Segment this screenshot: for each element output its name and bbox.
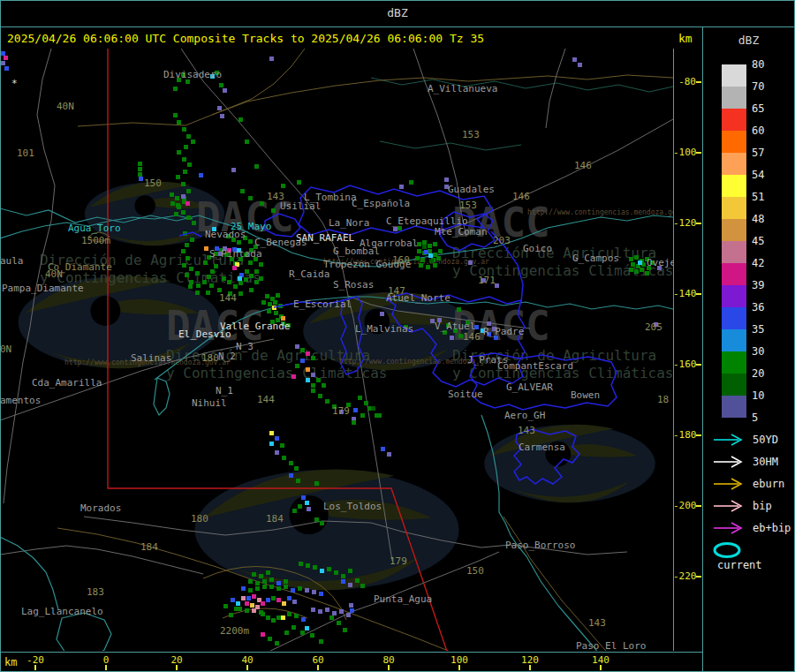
legend-track-row: eb+bip (712, 520, 791, 540)
radar-echo-cell (174, 212, 178, 216)
legend-title: dBZ (702, 34, 795, 47)
radar-echo-cell (250, 603, 254, 608)
map-place-label: 18 (657, 394, 669, 405)
radar-echo-cell (348, 583, 352, 587)
radar-echo-cell (185, 273, 189, 277)
map-place-label: Salinas (131, 352, 171, 364)
track-arrow-icon (712, 520, 747, 536)
road-line (546, 49, 565, 128)
track-arrow-icon (712, 432, 747, 448)
map-place-label: 171 (478, 275, 496, 286)
radar-echo-cell (371, 406, 375, 411)
radar-echo-cell (203, 260, 208, 265)
legend-value-label: 42 (752, 257, 787, 269)
radar-echo-cell (307, 507, 311, 511)
radar-echo-cell (292, 374, 296, 379)
radar-map[interactable]: DACCDACCDACCDACCDirección de Agricultura… (0, 49, 674, 651)
radar-echo-cell (241, 586, 246, 591)
radar-echo-cell (292, 509, 297, 513)
watermark-url: http://www.contingencias.mendoza.gov.ar (527, 208, 673, 216)
radar-echo-cell (185, 243, 189, 247)
map-place-label: 179 (390, 555, 407, 567)
map-place-label: 144 (219, 292, 237, 304)
radar-echo-cell (261, 612, 265, 616)
map-place-label: Paso_Borroso (505, 540, 575, 551)
map-place-label: 146 (574, 160, 592, 171)
map-place-label: 143 (518, 425, 535, 436)
radar-echo-cell (422, 240, 427, 245)
radar-echo-cell (266, 615, 270, 620)
x-axis-tick-mark (246, 665, 248, 670)
radar-echo-cell (207, 275, 211, 279)
map-place-label: 180 (191, 513, 208, 525)
y-axis-tick-label: -200 (673, 500, 696, 511)
header-bar: 2025/04/26 06:06:00 UTC Composite Tracks… (0, 27, 702, 49)
radar-echo-cell (429, 259, 434, 263)
radar-echo-cell (343, 628, 347, 632)
legend-value-label: 39 (752, 279, 787, 291)
radar-map-canvas[interactable]: DACCDACCDACCDACCDirección de Agricultura… (0, 49, 673, 651)
radar-echo-cell (438, 249, 443, 253)
radar-echo-cell (275, 436, 279, 441)
map-place-label: aula (0, 255, 24, 267)
radar-echo-cell (195, 271, 200, 276)
map-place-label: A_Villanueva (428, 83, 497, 94)
title-bar: dBZ (0, 0, 795, 27)
radar-echo-cell (219, 83, 223, 87)
legend-color-cell (722, 396, 746, 418)
radar-echo-cell (275, 450, 279, 455)
radar-echo-cell (318, 609, 322, 614)
radar-echo-cell (276, 293, 280, 298)
radar-echo-cell (332, 611, 337, 615)
road-line (0, 546, 203, 574)
radar-echo-cell (138, 162, 142, 166)
radar-echo-cell (191, 140, 195, 144)
map-place-label: Los_Toldos (323, 501, 382, 512)
radar-echo-cell (355, 578, 360, 583)
radar-echo-cell (259, 574, 263, 578)
radar-echo-cell (245, 269, 249, 274)
legend-track-label: bip (753, 500, 772, 512)
radar-echo-cell (184, 145, 188, 149)
radar-echo-cell (645, 271, 649, 276)
radar-echo-cell (358, 396, 362, 400)
route-line (212, 49, 305, 115)
radar-echo-cell (269, 585, 274, 589)
radar-echo-cell (295, 364, 299, 368)
radar-echo-cell (173, 113, 178, 117)
radar-echo-cell (248, 196, 253, 200)
legend-track-row: bip (712, 498, 772, 517)
legend-value-label: 65 (752, 102, 787, 115)
radar-echo-cell (311, 389, 315, 393)
legend-value-label: 10 (752, 389, 787, 402)
map-place-label: Pampa_Diamante (2, 283, 84, 294)
radar-echo-cell (238, 117, 243, 122)
radar-echo-cell (291, 588, 295, 593)
radar-echo-cell (381, 447, 385, 451)
map-place-label: 150 (466, 565, 484, 577)
radar-echo-cell (284, 579, 288, 584)
map-place-label: E_Escorial (293, 298, 352, 310)
radar-echo-cell (578, 63, 582, 67)
legend-track-row: eburn (712, 476, 784, 495)
radar-echo-cell (210, 269, 215, 274)
radar-echo-cell (298, 504, 302, 509)
map-place-label: 1500m (81, 235, 110, 246)
map-place-label: C_Española (352, 198, 410, 209)
map-place-label: Usilial (280, 200, 321, 212)
radar-echo-cell (299, 562, 303, 566)
legend-color-cell (722, 87, 746, 109)
radar-echo-cell (209, 283, 214, 288)
radar-echo-cell (245, 140, 249, 144)
radar-echo-cell (287, 612, 292, 616)
dacc-logo-watermark (484, 425, 655, 503)
radar-echo-cell (175, 196, 179, 200)
legend-color-cell (722, 197, 746, 219)
radar-echo-cell (422, 245, 427, 249)
radar-echo-cell (241, 596, 246, 600)
radar-echo-cell (254, 269, 259, 274)
radar-echo-cell (297, 180, 301, 185)
radar-echo-cell (300, 630, 305, 635)
radar-echo-cell (229, 613, 233, 617)
radar-echo-cell (314, 481, 319, 486)
